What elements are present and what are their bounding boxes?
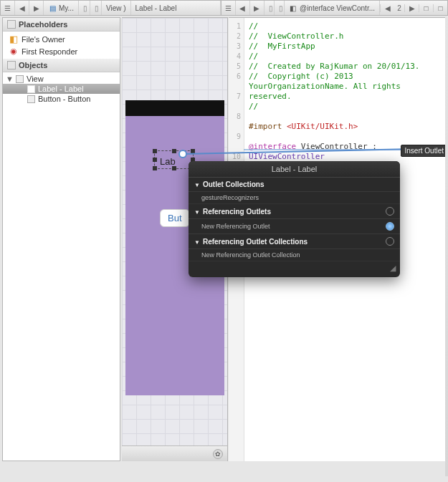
doc-icon: ▯: [269, 4, 273, 12]
jumpbar-m-segment[interactable]: ▯: [275, 1, 285, 15]
jumpbar-left: ☰ ◀ ▶ ▤ My... ▯ ▯ View ) Label - Label: [0, 0, 221, 16]
jumpbar-h-segment[interactable]: ▯: [264, 1, 275, 15]
connections-popup: Label - Label ▼Outlet Collections gestur…: [189, 161, 400, 277]
placeholders-heading-label: Placeholders: [19, 20, 67, 29]
disclosure-triangle-icon: ▼: [194, 182, 200, 188]
nav-forward-icon[interactable]: ▶: [250, 1, 264, 15]
doc-icon: ▯: [279, 4, 283, 12]
nav-back-icon[interactable]: ◀: [15, 1, 29, 15]
popup-resize-grip-icon[interactable]: ◢: [189, 261, 400, 277]
jumpbar-label-segment[interactable]: Label - Label: [131, 1, 221, 15]
doc-icon: ▯: [95, 4, 99, 12]
canvas-gear-icon[interactable]: ✿: [213, 449, 223, 459]
counterpart-next-icon[interactable]: ▶: [404, 4, 419, 12]
placeholders-list: ◧ File's Owner ◉ First Responder: [3, 32, 120, 59]
tree-view-label: View: [27, 74, 44, 83]
ib-button[interactable]: But: [160, 209, 190, 227]
xcode-project-icon: ▤: [48, 4, 57, 12]
jumpbar-view-label: View ): [106, 4, 126, 12]
files-owner-item[interactable]: ◧ File's Owner: [3, 33, 120, 45]
files-owner-label: File's Owner: [22, 35, 65, 44]
jumpbar-label-text: Label - Label: [135, 4, 177, 12]
doc-icon: ▯: [83, 4, 87, 12]
objects-heading-label: Objects: [19, 61, 47, 69]
objects-tree: ▼ View Label - Label Button - Button: [3, 72, 120, 105]
document-outline: Placeholders ◧ File's Owner ◉ First Resp…: [2, 17, 120, 461]
outlet-connector-dot-active[interactable]: [386, 222, 394, 231]
class-icon: ◧: [289, 4, 297, 12]
placeholders-heading[interactable]: Placeholders: [3, 18, 120, 32]
tree-button-text: Button - Button: [38, 95, 90, 103]
first-responder-item[interactable]: ◉ First Responder: [3, 45, 120, 57]
files-owner-icon: ◧: [9, 34, 18, 44]
jumpbar-file-segment[interactable]: ▯: [90, 1, 102, 15]
popup-title: Label - Label: [189, 161, 400, 178]
jumpbar-counterpart-controls: ◀ 2 ▶ □ □: [380, 4, 447, 12]
nav-back-icon[interactable]: ◀: [236, 1, 250, 15]
disclosure-triangle-icon: ▼: [194, 239, 200, 246]
disclosure-triangle-icon: ▼: [194, 209, 200, 216]
ib-label[interactable]: Lab: [160, 156, 176, 167]
outlet-connector-dot[interactable]: [386, 237, 394, 246]
counterpart-counter: 2: [394, 4, 404, 12]
tree-label-row[interactable]: Label - Label: [3, 84, 120, 94]
button-icon: [27, 95, 35, 103]
jumpbar-folder-segment[interactable]: ▯: [79, 1, 90, 15]
add-assistant-icon[interactable]: □: [419, 4, 433, 12]
related-items-icon[interactable]: ☰: [221, 1, 236, 15]
cube-icon: [7, 20, 16, 29]
jumpbar-row: ☰ ◀ ▶ ▤ My... ▯ ▯ View ) Label - Label ☰…: [0, 0, 448, 16]
status-bar: [125, 100, 224, 116]
jumpbar-interface-label: @interface ViewContr...: [300, 4, 375, 12]
popup-outlet-collections-header[interactable]: ▼Outlet Collections: [189, 178, 400, 192]
first-responder-icon: ◉: [9, 47, 18, 56]
objects-heading[interactable]: Objects: [3, 59, 120, 72]
first-responder-label: First Responder: [22, 47, 77, 56]
close-assistant-icon[interactable]: □: [433, 4, 447, 12]
tree-view-row[interactable]: ▼ View: [3, 74, 120, 84]
view-icon: [16, 75, 24, 83]
jumpbar-interface-segment[interactable]: ◧ @interface ViewContr...: [285, 1, 380, 15]
popup-referencing-outlets-header[interactable]: ▼Referencing Outlets: [189, 204, 400, 219]
label-icon: [27, 85, 35, 93]
nav-forward-icon[interactable]: ▶: [29, 1, 44, 15]
right-scroll-track: [445, 17, 448, 476]
tree-label-text: Label - Label: [38, 85, 84, 93]
popup-new-ref-outlet-collection[interactable]: New Referencing Outlet Collection: [189, 249, 400, 261]
canvas-bottom-toolbar: ✿: [122, 445, 227, 461]
popup-gesture-item[interactable]: gestureRecognizers: [189, 192, 400, 204]
popup-ref-outlet-collections-header[interactable]: ▼Referencing Outlet Collections: [189, 234, 400, 249]
insert-outlet-badge: Insert Outlet: [401, 145, 448, 157]
jumpbar-right: ☰ ◀ ▶ ▯ ▯ ◧ @interface ViewContr... ◀ 2 …: [221, 0, 448, 16]
disclosure-triangle-icon[interactable]: ▼: [6, 74, 13, 83]
popup-new-ref-outlet[interactable]: New Referencing Outlet: [189, 219, 400, 234]
counterpart-prev-icon[interactable]: ◀: [380, 4, 394, 12]
outlet-connector-dot[interactable]: [386, 207, 394, 216]
related-items-icon[interactable]: ☰: [1, 1, 15, 15]
jumpbar-view-segment[interactable]: View ): [102, 1, 131, 15]
jumpbar-project-segment[interactable]: ▤ My...: [44, 1, 79, 15]
tree-button-row[interactable]: Button - Button: [3, 94, 120, 104]
jumpbar-project-label: My...: [59, 4, 74, 12]
cube-icon: [7, 61, 16, 69]
